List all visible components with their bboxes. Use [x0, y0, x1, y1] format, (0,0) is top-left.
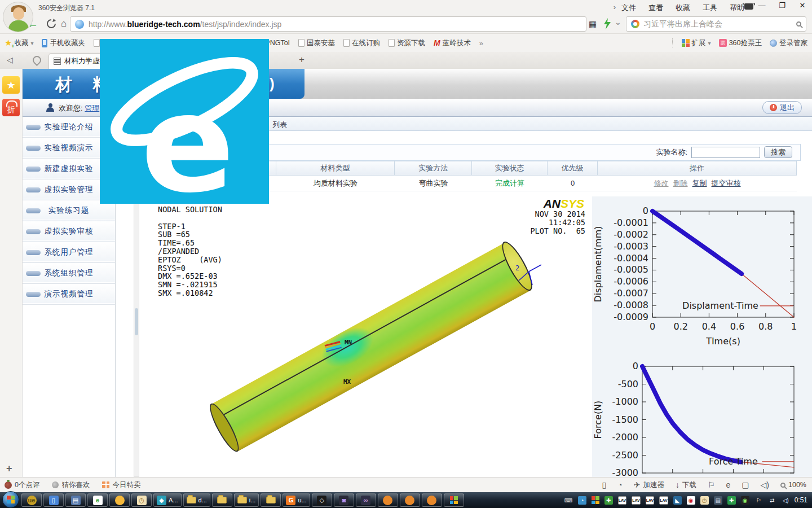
lav-2[interactable]: LAV [632, 496, 640, 505]
taskbar-app-unity[interactable]: ◇ [312, 493, 332, 507]
refresh-button[interactable] [46, 19, 56, 29]
flag-tray[interactable]: ⚐ [754, 496, 763, 505]
lightning-icon[interactable] [603, 18, 611, 29]
taskbar-app-clock-app[interactable]: ◷ [131, 493, 152, 507]
network-tray[interactable]: ⇄ [768, 496, 776, 505]
lav-3[interactable]: LAV [646, 496, 654, 505]
status-item-sound-icon[interactable]: ◁) [761, 480, 769, 489]
add-panel-button[interactable]: + [6, 463, 12, 475]
search-suggestion[interactable]: 习近平将出席上合峰会 [643, 19, 792, 29]
url-text[interactable]: http://www.blueridge-tech.com/test/jsp/i… [89, 20, 281, 29]
shield-icon[interactable]: ✚ [604, 496, 613, 505]
ticket-grabber-button[interactable]: 票 360抢票王 [719, 38, 762, 48]
blue-tray[interactable]: ◣ [673, 496, 682, 505]
minimize-button[interactable]: — [756, 1, 768, 10]
taskbar-app-video-app[interactable]: ▤ [65, 493, 86, 507]
discount-panel-button[interactable]: 折 [2, 99, 20, 116]
taskbar-app-folder-1[interactable] [212, 493, 232, 507]
taskbar-app-g-window[interactable]: Gu... [283, 493, 310, 507]
favorites-menu[interactable]: ★ 收藏 ▾ [5, 38, 33, 48]
bookmark-item[interactable]: 资源下载 [389, 38, 425, 48]
menu-favorites[interactable]: 收藏 [676, 3, 690, 13]
taskbar-app-ultraedit[interactable]: ue [21, 493, 42, 507]
status-item-zoom-icon[interactable]: 100% [780, 481, 806, 489]
taskbar-app-a-window[interactable]: ◆A... [153, 493, 182, 507]
status-item[interactable]: 猜你喜欢 [52, 480, 90, 490]
clock-tray[interactable]: ◷ [700, 496, 709, 505]
lav-1[interactable]: LAV [618, 496, 626, 505]
action-link[interactable]: 修改 [654, 178, 669, 189]
sidebar-item[interactable]: 系统组织管理 [23, 263, 115, 284]
film-tray[interactable]: ▤ [714, 496, 722, 505]
bookmark-item[interactable]: 手机收藏夹 [42, 38, 85, 48]
tab-drop-icon[interactable] [31, 54, 43, 66]
taskbar-app-folder-i[interactable]: i... [234, 493, 259, 507]
home-button[interactable]: ⌂ [61, 16, 67, 31]
taskbar-app-folder-d[interactable]: d... [183, 493, 210, 507]
login-manager-button[interactable]: 登录管家 [770, 38, 807, 48]
taskbar-app-orange-app[interactable] [109, 493, 130, 507]
action-link[interactable]: 删除 [673, 178, 688, 189]
favorites-panel-button[interactable]: ★ [2, 76, 20, 94]
bookmark-item[interactable]: 在线订购 [343, 38, 380, 48]
logout-button[interactable]: 退出 [762, 101, 802, 114]
menu-file[interactable]: 文件 [621, 3, 636, 13]
taskbar-app-visual-studio[interactable]: ∞ [356, 493, 376, 507]
taskbar-app-fox-app-3[interactable] [422, 493, 442, 507]
status-item-download-icon[interactable]: ↓下载 [676, 480, 696, 490]
status-item[interactable]: 0个点评 [5, 480, 39, 490]
tab-nav-collapse[interactable]: ◁ [7, 55, 13, 64]
keyboard-icon[interactable]: ⌨ [564, 496, 573, 505]
vertical-scrollbar[interactable] [134, 196, 139, 477]
taskbar-app-browser-360[interactable]: e [87, 493, 108, 507]
search-icon[interactable] [796, 21, 801, 27]
search-button[interactable]: 搜索 [764, 146, 792, 158]
bookmark-item[interactable]: 国泰安基 [298, 38, 335, 48]
bookmark-item[interactable]: M蓝岭技术 [434, 38, 471, 48]
qr-code-icon[interactable]: ▦ [589, 19, 597, 29]
chevron-down-icon[interactable]: ⌄ [615, 17, 621, 27]
new-tab-button[interactable]: + [299, 54, 304, 65]
taskbar-app-colorful-grid-app[interactable] [444, 493, 464, 507]
sidebar-item[interactable]: 虚拟实验审核 [23, 221, 115, 242]
action-link[interactable]: 复制 [692, 178, 707, 189]
sidebar-item[interactable]: 系统用户管理 [23, 242, 115, 263]
user-avatar[interactable] [3, 2, 33, 32]
gauge-icon[interactable]: ◔ [578, 496, 586, 505]
status-item-flag-icon[interactable]: ⚐ [708, 480, 715, 489]
plus-tray[interactable]: ✚ [727, 496, 736, 505]
sidebar-item[interactable]: 演示视频管理 [23, 284, 115, 305]
close-button[interactable]: ✕ [796, 1, 809, 10]
status-item-accelerator-icon[interactable]: ✈加速器 [634, 480, 664, 490]
bookmarks-more[interactable]: » [479, 39, 483, 47]
status-item[interactable]: 今日特卖 [102, 480, 140, 490]
taskbar-app-fox-app-1[interactable] [378, 493, 398, 507]
menu-overflow-chevron[interactable]: › [614, 3, 616, 11]
sound-tray[interactable]: ◁) [782, 496, 790, 505]
status-item-phone-icon[interactable]: ▯ [602, 480, 607, 489]
status-item-speed-icon[interactable]: ◔ [617, 480, 622, 489]
taskbar-app-fox-app-2[interactable] [400, 493, 420, 507]
red-tray[interactable]: ◉ [687, 496, 695, 505]
taskbar-app-dark-app[interactable]: ◙ [334, 493, 354, 507]
windows-icon[interactable] [592, 496, 599, 504]
taskbar-app-folder-2[interactable] [261, 493, 281, 507]
taskbar-app-blue-app[interactable]: ▯ [43, 493, 64, 507]
skin-icon[interactable] [744, 3, 753, 10]
address-bar[interactable]: http://www.blueridge-tech.com/test/jsp/i… [70, 16, 586, 32]
experiment-name-input[interactable] [691, 147, 760, 158]
menu-view[interactable]: 查看 [648, 3, 663, 13]
action-link[interactable]: 提交审核 [712, 178, 741, 189]
search-engine-icon[interactable] [631, 20, 639, 28]
lav-4[interactable]: LAV [659, 496, 668, 505]
scrollbar-thumb[interactable] [135, 308, 138, 335]
maximize-button[interactable]: ❐ [776, 1, 788, 10]
search-box[interactable]: 习近平将出席上合峰会 [626, 16, 806, 32]
status-item-window-icon[interactable]: ▢ [742, 480, 749, 489]
extensions-button[interactable]: 扩展 ▾ [682, 38, 711, 48]
menu-tools[interactable]: 工具 [703, 3, 717, 13]
nvidia-tray[interactable]: ◉ [741, 496, 749, 505]
welcome-user-link[interactable]: 管理 [85, 104, 99, 112]
start-button[interactable] [2, 491, 19, 508]
status-item-ie-icon[interactable]: e [726, 480, 731, 489]
